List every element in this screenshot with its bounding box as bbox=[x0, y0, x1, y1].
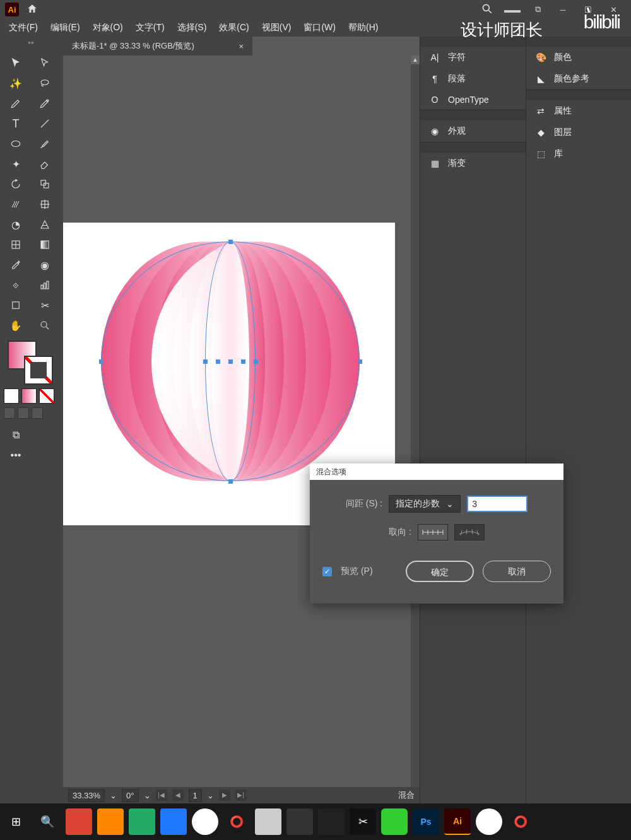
orient-align-page[interactable] bbox=[418, 524, 448, 540]
rotate-tool[interactable] bbox=[4, 175, 28, 193]
artboard-number[interactable]: 1 bbox=[189, 789, 202, 802]
line-tool[interactable] bbox=[33, 115, 57, 132]
panel-properties[interactable]: ⇄属性 bbox=[526, 100, 631, 122]
draw-inside[interactable] bbox=[32, 407, 43, 419]
home-icon[interactable] bbox=[27, 3, 38, 16]
selection-tool[interactable] bbox=[4, 54, 28, 72]
paintbrush-tool[interactable] bbox=[33, 135, 57, 153]
draw-normal[interactable] bbox=[4, 407, 15, 419]
color-mode-gradient[interactable] bbox=[21, 388, 37, 404]
screen-mode[interactable]: ⧉ bbox=[4, 426, 28, 444]
arrange-icon[interactable]: ⧉ bbox=[525, 4, 550, 15]
taskbar-app[interactable] bbox=[129, 808, 155, 835]
taskbar-app[interactable] bbox=[286, 808, 313, 835]
panel-gradient[interactable]: ▦渐变 bbox=[420, 153, 526, 174]
color-mode-solid[interactable] bbox=[4, 388, 19, 404]
anchor-point[interactable] bbox=[203, 359, 208, 364]
artboard-tool[interactable] bbox=[4, 296, 28, 314]
symbol-sprayer-tool[interactable]: ⟐ bbox=[4, 276, 28, 294]
menu-edit[interactable]: 编辑(E) bbox=[44, 20, 86, 36]
menu-effect[interactable]: 效果(C) bbox=[213, 20, 255, 36]
panel-layers[interactable]: ◆图层 bbox=[526, 122, 631, 143]
taskbar-app[interactable] bbox=[97, 808, 124, 835]
spacing-value-input[interactable] bbox=[467, 496, 528, 512]
slice-tool[interactable]: ✂ bbox=[33, 296, 57, 314]
menu-window[interactable]: 窗口(W) bbox=[297, 20, 342, 36]
anchor-point[interactable] bbox=[228, 240, 233, 244]
gradient-tool[interactable] bbox=[33, 236, 57, 254]
orient-align-path[interactable] bbox=[454, 524, 485, 540]
taskbar-app[interactable] bbox=[318, 808, 345, 835]
magic-wand-tool[interactable]: ✨ bbox=[4, 74, 28, 92]
taskbar-search[interactable]: 🔍 bbox=[34, 808, 61, 835]
menu-file[interactable]: 文件(F) bbox=[3, 20, 44, 36]
type-tool[interactable]: T bbox=[4, 115, 28, 132]
panel-character[interactable]: A|字符 bbox=[420, 47, 526, 68]
anchor-point[interactable] bbox=[254, 359, 258, 364]
direct-selection-tool[interactable] bbox=[33, 54, 57, 72]
color-mode-none[interactable] bbox=[39, 388, 54, 404]
panel-color-guide[interactable]: ◣颜色参考 bbox=[526, 68, 631, 90]
panel-color[interactable]: 🎨颜色 bbox=[526, 47, 631, 68]
taskbar-illustrator[interactable]: Ai bbox=[444, 808, 471, 835]
search-icon[interactable] bbox=[475, 3, 500, 17]
curvature-tool[interactable] bbox=[33, 95, 57, 112]
taskbar-photoshop[interactable]: Ps bbox=[413, 808, 439, 835]
mesh-tool[interactable] bbox=[4, 236, 28, 254]
scrollbar-vertical[interactable] bbox=[411, 55, 420, 803]
menu-help[interactable]: 帮助(H) bbox=[342, 20, 384, 36]
taskbar-app[interactable] bbox=[160, 808, 187, 835]
spacing-mode-select[interactable]: 指定的步数 ⌄ bbox=[389, 495, 461, 513]
preview-checkbox[interactable]: ✓ bbox=[322, 567, 332, 576]
taskbar-app[interactable]: ⭕ bbox=[223, 808, 250, 835]
taskbar-chrome[interactable] bbox=[192, 808, 218, 835]
zoom-level[interactable]: 33.33% bbox=[68, 789, 105, 802]
taskbar-chrome[interactable] bbox=[476, 808, 502, 835]
panel-opentype[interactable]: OOpenType bbox=[420, 90, 526, 110]
taskbar-wechat[interactable] bbox=[381, 808, 408, 835]
perspective-tool[interactable] bbox=[33, 216, 57, 233]
draw-behind[interactable] bbox=[18, 407, 29, 419]
pen-tool[interactable] bbox=[4, 95, 28, 112]
lasso-tool[interactable] bbox=[33, 74, 57, 92]
hand-tool[interactable]: ✋ bbox=[4, 317, 28, 334]
width-tool[interactable]: ⫻ bbox=[4, 195, 28, 213]
close-tab-icon[interactable]: × bbox=[239, 42, 244, 51]
menu-object[interactable]: 对象(O) bbox=[86, 20, 129, 36]
prev-artboard-icon[interactable]: ◀ bbox=[172, 790, 184, 801]
panel-paragraph[interactable]: ¶段落 bbox=[420, 68, 526, 90]
taskbar-app[interactable]: ✂ bbox=[350, 808, 376, 835]
scale-tool[interactable] bbox=[33, 175, 57, 193]
chevron-down-icon[interactable]: ⌄ bbox=[207, 791, 214, 800]
rotation[interactable]: 0° bbox=[122, 789, 138, 802]
stroke-swatch[interactable] bbox=[24, 356, 53, 385]
free-transform-tool[interactable] bbox=[33, 195, 57, 213]
document-tab[interactable]: 未标题-1* @ 33.33 % (RGB/预览) × bbox=[63, 37, 252, 55]
shaper-tool[interactable]: ✦ bbox=[4, 155, 28, 173]
chevron-down-icon[interactable]: ⌄ bbox=[144, 791, 151, 800]
ok-button[interactable]: 确定 bbox=[406, 561, 474, 582]
chevron-down-icon[interactable]: ⌄ bbox=[110, 791, 117, 800]
menu-select[interactable]: 选择(S) bbox=[171, 20, 213, 36]
first-artboard-icon[interactable]: |◀ bbox=[156, 790, 167, 801]
edit-toolbar[interactable]: ••• bbox=[4, 446, 28, 464]
anchor-point[interactable] bbox=[228, 479, 233, 484]
eraser-tool[interactable] bbox=[33, 155, 57, 173]
fill-stroke-swatch[interactable] bbox=[4, 341, 59, 385]
workspace-icon[interactable]: ▬▬ bbox=[500, 5, 525, 15]
last-artboard-icon[interactable]: ▶| bbox=[235, 790, 247, 801]
taskbar-app[interactable] bbox=[66, 808, 92, 835]
ellipse-tool[interactable] bbox=[4, 135, 28, 153]
taskbar-app[interactable]: ⭕ bbox=[507, 808, 534, 835]
scroll-up-icon[interactable]: ▲ bbox=[411, 55, 420, 64]
anchor-point[interactable] bbox=[99, 359, 103, 364]
anchor-point[interactable] bbox=[241, 359, 245, 364]
menu-view[interactable]: 视图(V) bbox=[256, 20, 298, 36]
anchor-point[interactable] bbox=[228, 359, 233, 364]
taskbar-start[interactable]: ⊞ bbox=[3, 808, 29, 835]
anchor-point[interactable] bbox=[216, 359, 220, 364]
taskbar-app[interactable] bbox=[255, 808, 281, 835]
cancel-button[interactable]: 取消 bbox=[483, 561, 551, 582]
eyedropper-tool[interactable] bbox=[4, 256, 28, 274]
next-artboard-icon[interactable]: ▶ bbox=[219, 790, 230, 801]
